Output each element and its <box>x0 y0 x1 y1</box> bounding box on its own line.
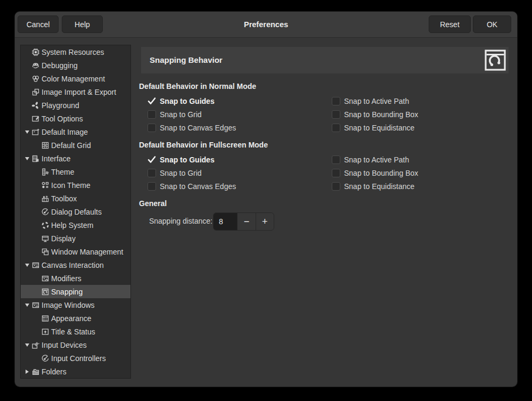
display-icon <box>41 234 50 243</box>
icon-theme-icon <box>41 181 50 190</box>
checkbox-row-snap-to-equidistance[interactable]: Snap to Equidistance <box>332 121 414 134</box>
sidebar-item-display[interactable]: Display <box>21 232 130 245</box>
increment-button[interactable]: + <box>256 213 274 230</box>
expander-open-icon[interactable] <box>23 128 31 136</box>
sidebar-item-title-status[interactable]: Title & Status <box>21 325 130 338</box>
checkbox-row-snap-to-active-path[interactable]: Snap to Active Path <box>332 94 409 108</box>
sidebar-item-folders[interactable]: Folders <box>21 365 130 378</box>
checkbox-unchecked-icon[interactable] <box>332 156 340 164</box>
sidebar-item-label: Snapping <box>51 288 83 296</box>
sidebar-item-label: System Resources <box>42 48 104 56</box>
checkbox-row-snap-to-equidistance[interactable]: Snap to Equidistance <box>332 179 414 193</box>
snapping-icon <box>484 48 507 72</box>
cancel-button[interactable]: Cancel <box>18 15 59 33</box>
checkbox-checked-icon[interactable] <box>148 156 156 164</box>
section-title-fullscreen-mode: Default Behavior in Fullscreen Mode <box>139 138 268 152</box>
sidebar-item-label: Dialog Defaults <box>51 208 102 216</box>
checkbox-unchecked-icon[interactable] <box>148 182 156 191</box>
sidebar-item-label: Tool Options <box>42 114 83 123</box>
sidebar-item-modifiers[interactable]: Modifiers <box>21 272 130 285</box>
sidebar-item-color-management[interactable]: Color Management <box>21 72 130 85</box>
checkbox-unchecked-icon[interactable] <box>332 124 340 132</box>
expander-open-icon[interactable] <box>23 154 31 163</box>
checkbox-unchecked-icon[interactable] <box>148 124 156 132</box>
help-button[interactable]: Help <box>62 15 103 33</box>
decrement-button[interactable]: − <box>237 213 255 230</box>
checkbox-row-snap-to-bounding-box[interactable]: Snap to Bounding Box <box>332 108 418 121</box>
checkbox-unchecked-icon[interactable] <box>332 110 340 119</box>
checkbox-label: Snap to Grid <box>160 169 202 177</box>
checkbox-row-snap-to-guides[interactable]: Snap to Guides <box>148 94 215 108</box>
sidebar-item-debugging[interactable]: Debugging <box>21 59 130 72</box>
pinwheel-icon <box>31 101 40 110</box>
checkbox-label: Snap to Active Path <box>344 156 409 164</box>
checkbox-checked-icon[interactable] <box>148 97 156 105</box>
lifebuoy-icon <box>41 221 50 230</box>
sidebar-item-icon-theme[interactable]: Icon Theme <box>21 178 130 192</box>
checkbox-row-snap-to-active-path[interactable]: Snap to Active Path <box>332 153 409 166</box>
page-header: Snapping Behavior <box>141 47 509 73</box>
checkbox-unchecked-icon[interactable] <box>332 97 340 105</box>
sidebar-item-label: Color Management <box>42 75 105 83</box>
checkbox-row-snap-to-grid[interactable]: Snap to Grid <box>148 166 202 179</box>
windows-stack-icon <box>41 248 50 256</box>
sidebar-item-image-windows[interactable]: Image Windows <box>21 298 130 312</box>
expander-open-icon[interactable] <box>23 301 31 309</box>
expander-closed-icon[interactable] <box>23 367 31 376</box>
canvas-image-icon <box>31 261 40 269</box>
checkbox-row-snap-to-grid[interactable]: Snap to Grid <box>148 108 202 121</box>
checkbox-label: Snap to Canvas Edges <box>160 124 236 132</box>
checkbox-row-snap-to-canvas-edges[interactable]: Snap to Canvas Edges <box>148 121 236 134</box>
section-title-general: General <box>139 197 167 210</box>
sidebar-item-label: Image Windows <box>42 301 95 309</box>
snapping-distance-input[interactable]: 8 <box>214 213 237 230</box>
sidebar-item-default-image[interactable]: Default Image <box>21 125 130 138</box>
sidebar-item-dialog-defaults[interactable]: Dialog Defaults <box>21 205 130 218</box>
expander-open-icon[interactable] <box>23 261 31 269</box>
folders-icon <box>31 367 40 376</box>
checkbox-unchecked-icon[interactable] <box>332 182 340 191</box>
sidebar-item-snapping[interactable]: Snapping <box>21 285 130 298</box>
sidebar-item-playground[interactable]: Playground <box>21 99 130 112</box>
sidebar-item-theme[interactable]: Theme <box>21 165 130 178</box>
sidebar-item-image-import-export[interactable]: Image Import & Export <box>21 85 130 99</box>
sidebar-item-input-devices[interactable]: Input Devices <box>21 338 130 351</box>
sidebar-item-label: Debugging <box>42 61 78 70</box>
checkbox-row-snap-to-guides[interactable]: Snap to Guides <box>148 153 215 166</box>
checkbox-label: Snap to Equidistance <box>344 124 414 132</box>
checkbox-row-snap-to-bounding-box[interactable]: Snap to Bounding Box <box>332 166 418 179</box>
sidebar-item-label: Icon Theme <box>51 181 91 190</box>
import-export-icon <box>31 88 40 96</box>
page-title: Snapping Behavior <box>150 47 223 73</box>
checkbox-unchecked-icon[interactable] <box>332 169 340 177</box>
sidebar-item-help-system[interactable]: Help System <box>21 218 130 232</box>
sidebar-item-label: Display <box>51 234 76 243</box>
ok-button[interactable]: OK <box>473 15 511 33</box>
checkbox-unchecked-icon[interactable] <box>148 169 156 177</box>
checkbox-unchecked-icon[interactable] <box>148 110 156 119</box>
sidebar-item-system-resources[interactable]: System Resources <box>21 45 130 59</box>
titlebar: Preferences Cancel Help Reset OK <box>15 12 517 38</box>
sidebar-item-input-controllers[interactable]: Input Controllers <box>21 351 130 365</box>
toolbox-icon <box>41 194 50 203</box>
interface-icon <box>31 154 40 163</box>
checkbox-label: Snap to Guides <box>160 97 215 105</box>
sidebar-item-window-management[interactable]: Window Management <box>21 245 130 258</box>
sidebar-item-tool-options[interactable]: Tool Options <box>21 112 130 125</box>
sidebar-item-appearance[interactable]: Appearance <box>21 312 130 325</box>
wilber-icon <box>31 61 40 70</box>
sidebar-item-canvas-interaction[interactable]: Canvas Interaction <box>21 258 130 272</box>
preferences-dialog: Preferences Cancel Help Reset OK System … <box>15 12 517 387</box>
sidebar-item-interface[interactable]: Interface <box>21 152 130 165</box>
expander-open-icon[interactable] <box>23 341 31 349</box>
reset-button[interactable]: Reset <box>429 15 471 33</box>
snapping-distance-label: Snapping distance: <box>139 215 212 228</box>
checkbox-row-snap-to-canvas-edges[interactable]: Snap to Canvas Edges <box>148 179 236 193</box>
sidebar-item-label: Default Image <box>42 128 88 136</box>
checkbox-label: Snap to Grid <box>160 110 202 119</box>
sidebar-item-default-grid[interactable]: Default Grid <box>21 138 130 152</box>
chip-icon <box>31 48 40 56</box>
sidebar-item-label: Playground <box>42 101 79 110</box>
image-star-icon <box>31 128 40 136</box>
sidebar-item-toolbox[interactable]: Toolbox <box>21 192 130 205</box>
